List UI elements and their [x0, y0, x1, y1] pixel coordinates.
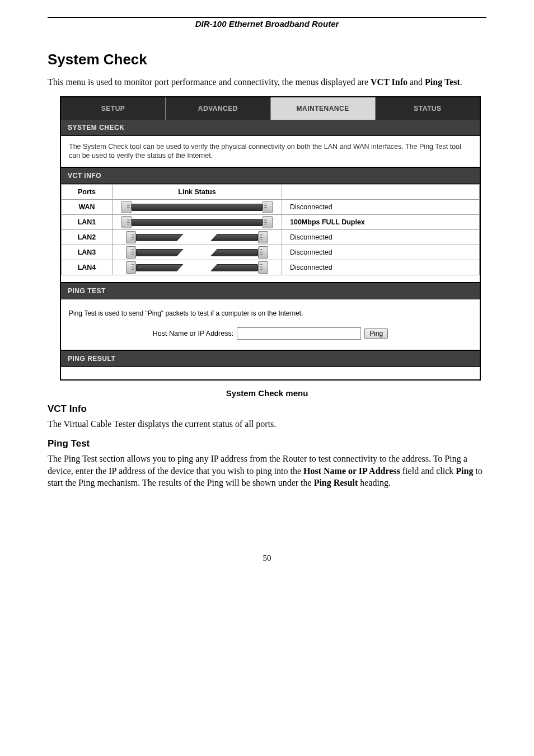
rj45-plug-icon	[263, 201, 273, 213]
status-value: Disconnected	[282, 230, 480, 245]
cable-wire-broken-icon	[210, 249, 258, 256]
cable-wire-broken-icon	[210, 234, 258, 241]
intro-vct-bold: VCT Info	[371, 77, 407, 87]
vct-info-heading: VCT Info	[48, 403, 486, 415]
top-tabs: SETUP ADVANCED MAINTENANCE STATUS	[61, 97, 480, 120]
ping-test-heading: Ping Test	[48, 438, 486, 449]
status-value: Disconnected	[282, 245, 480, 260]
page-number: 50	[48, 553, 486, 563]
cable-graphic-cell	[113, 260, 282, 275]
cable-wire-broken-icon	[136, 234, 184, 241]
table-row: LAN4 Disconnected	[62, 260, 480, 275]
pt-text: heading.	[358, 478, 391, 487]
tab-maintenance[interactable]: MAINTENANCE	[271, 97, 376, 120]
port-label: LAN4	[62, 260, 113, 275]
cable-broken-icon	[126, 231, 268, 243]
pt-bold-result: Ping Result	[314, 478, 358, 487]
table-row: LAN1 100Mbps FULL Duplex	[62, 215, 480, 230]
cable-wire-icon	[132, 204, 263, 211]
ping-test-body: The Ping Test section allows you to ping…	[48, 453, 486, 489]
section-bar-vct-info: VCT INFO	[61, 167, 480, 184]
ping-button[interactable]: Ping	[364, 328, 388, 339]
cable-graphic-cell	[113, 200, 282, 215]
cable-broken-icon	[126, 246, 268, 259]
status-value: 100Mbps FULL Duplex	[282, 215, 480, 230]
vct-info-body: The Virtual Cable Tester displatys the c…	[48, 418, 486, 430]
host-ip-input[interactable]	[237, 327, 361, 340]
port-label: LAN2	[62, 230, 113, 245]
table-row: WAN Disconnected	[62, 200, 480, 215]
ping-test-description: Ping Test is used to send "Ping" packets…	[69, 309, 472, 317]
tab-status[interactable]: STATUS	[376, 97, 480, 120]
rj45-plug-icon	[263, 216, 273, 228]
rj45-plug-icon	[121, 216, 132, 228]
table-row: LAN2 Disconnected	[62, 230, 480, 245]
pt-bold-ping: Ping	[456, 466, 473, 476]
col-link-status: Link Status	[113, 185, 282, 200]
intro-text-mid: and	[407, 77, 425, 87]
doc-header-title: DIR-100 Ethernet Broadband Router	[48, 19, 486, 29]
cable-icon	[121, 216, 273, 228]
system-check-description: The System Check tool can be used to ver…	[61, 136, 480, 167]
intro-paragraph: This menu is used to monitor port perfor…	[48, 76, 486, 88]
ping-result-area	[61, 367, 480, 379]
rj45-plug-icon	[126, 261, 136, 274]
intro-text-end: .	[460, 77, 462, 87]
port-label: WAN	[62, 200, 113, 215]
cable-wire-icon	[132, 219, 263, 226]
system-check-screenshot: SETUP ADVANCED MAINTENANCE STATUS SYSTEM…	[60, 96, 481, 381]
cable-icon	[121, 201, 273, 213]
cable-graphic-cell	[113, 245, 282, 260]
cable-graphic-cell	[113, 215, 282, 230]
port-label: LAN3	[62, 245, 113, 260]
cable-wire-broken-icon	[210, 264, 258, 271]
rj45-plug-icon	[126, 231, 136, 243]
section-bar-ping-test: PING TEST	[61, 282, 480, 299]
section-bar-ping-result: PING RESULT	[61, 350, 480, 367]
intro-ping-bold: Ping Test	[425, 77, 460, 87]
rj45-plug-icon	[258, 261, 268, 274]
status-value: Disconnected	[282, 200, 480, 215]
cable-graphic-cell	[113, 230, 282, 245]
rj45-plug-icon	[126, 246, 136, 259]
pt-bold-host: Host Name or IP Address	[303, 466, 400, 476]
col-ports: Ports	[62, 185, 113, 200]
intro-text: This menu is used to monitor port perfor…	[48, 77, 371, 87]
col-status-empty	[282, 185, 480, 200]
table-header-row: Ports Link Status	[62, 185, 480, 200]
host-label: Host Name or IP Address:	[153, 330, 233, 337]
table-row: LAN3 Disconnected	[62, 245, 480, 260]
cable-wire-broken-icon	[136, 264, 184, 271]
page-title: System Check	[48, 51, 486, 68]
status-value: Disconnected	[282, 260, 480, 275]
pt-text: field and click	[400, 466, 456, 476]
vct-table: Ports Link Status WAN Disconnected	[61, 184, 480, 275]
section-bar-system-check: SYSTEM CHECK	[61, 120, 480, 136]
rj45-plug-icon	[258, 231, 268, 243]
rj45-plug-icon	[121, 201, 132, 213]
tab-setup[interactable]: SETUP	[61, 97, 166, 120]
cable-broken-icon	[126, 261, 268, 274]
figure-caption: System Check menu	[48, 388, 486, 398]
port-label: LAN1	[62, 215, 113, 230]
cable-wire-broken-icon	[136, 249, 184, 256]
tab-advanced[interactable]: ADVANCED	[166, 97, 270, 120]
rj45-plug-icon	[258, 246, 268, 259]
